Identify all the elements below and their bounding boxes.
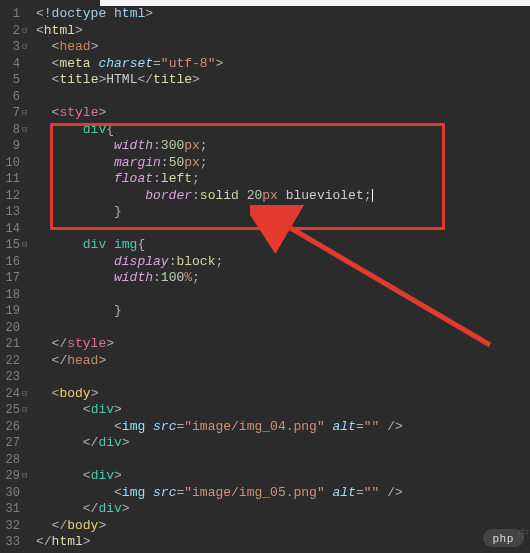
fold-marker[interactable]: ⊟ <box>22 237 32 254</box>
token-prop: width <box>114 138 153 153</box>
code-line[interactable] <box>36 287 530 304</box>
line-number: 5 <box>2 72 20 89</box>
token-punct: </ <box>83 501 99 516</box>
token-punct: /> <box>387 419 403 434</box>
code-line[interactable]: </head> <box>36 353 530 370</box>
token-attr: charset <box>98 56 153 71</box>
code-line[interactable]: </div> <box>36 501 530 518</box>
line-number: 25 <box>2 402 20 419</box>
code-line[interactable] <box>36 89 530 106</box>
token-str <box>36 336 52 351</box>
token-punct: < <box>114 485 122 500</box>
token-val-color: blueviolet <box>286 188 364 203</box>
token-val-num: 300 <box>161 138 184 153</box>
code-line[interactable]: <img src="image/img_04.png" alt="" /> <box>36 419 530 436</box>
code-line[interactable]: } <box>36 204 530 221</box>
code-line[interactable]: </html> <box>36 534 530 551</box>
code-line[interactable]: <div> <box>36 402 530 419</box>
token-str <box>36 402 83 417</box>
token-str <box>36 138 114 153</box>
token-str <box>36 254 114 269</box>
code-line[interactable] <box>36 369 530 386</box>
token-str <box>36 485 114 500</box>
token-str <box>36 386 52 401</box>
fold-marker[interactable]: ⊟ <box>22 402 32 419</box>
fold-marker <box>22 89 32 106</box>
token-str: "" <box>364 485 387 500</box>
code-line[interactable]: } <box>36 303 530 320</box>
code-line[interactable]: <img src="image/img_05.png" alt="" /> <box>36 485 530 502</box>
token-body-tag: body <box>59 386 90 401</box>
token-val-kw: block <box>176 254 215 269</box>
token-tag: title <box>59 72 98 87</box>
code-line[interactable]: width:300px; <box>36 138 530 155</box>
line-number: 17 <box>2 270 20 287</box>
code-editor[interactable]: 1234567891011121314151617181920212223242… <box>0 0 530 553</box>
line-number: 2 <box>2 23 20 40</box>
token-punct: : <box>153 270 161 285</box>
token-div-tag: div <box>98 435 121 450</box>
token-str <box>36 155 114 170</box>
token-str <box>36 105 52 120</box>
code-area[interactable]: <!doctype html><html> <head> <meta chars… <box>32 0 530 553</box>
fold-marker[interactable]: ⊟ <box>22 122 32 139</box>
code-line[interactable]: <!doctype html> <box>36 6 530 23</box>
code-line[interactable]: <style> <box>36 105 530 122</box>
fold-marker[interactable]: ⊟ <box>22 39 32 56</box>
token-str: "image/img_04.png" <box>184 419 332 434</box>
line-number: 19 <box>2 303 20 320</box>
token-str <box>36 72 52 87</box>
token-punct: </ <box>52 336 68 351</box>
fold-marker[interactable]: ⊟ <box>22 23 32 40</box>
code-line[interactable]: <html> <box>36 23 530 40</box>
fold-marker <box>22 138 32 155</box>
token-punct: > <box>122 501 130 516</box>
code-line[interactable]: <div> <box>36 468 530 485</box>
line-number: 6 <box>2 89 20 106</box>
code-line[interactable] <box>36 452 530 469</box>
fold-marker <box>22 452 32 469</box>
code-line[interactable]: <body> <box>36 386 530 403</box>
code-line[interactable]: border:solid 20px blueviolet; <box>36 188 530 205</box>
token-val-num: 100 <box>161 270 184 285</box>
token-punct: </ <box>52 518 68 533</box>
code-line[interactable] <box>36 320 530 337</box>
code-line[interactable]: </body> <box>36 518 530 535</box>
token-punct: > <box>215 56 223 71</box>
token-doctype: !doctype html <box>44 6 145 21</box>
token-punct: < <box>36 6 44 21</box>
token-punct: { <box>106 122 114 137</box>
fold-marker[interactable]: ⊟ <box>22 386 32 403</box>
token-tag: html <box>52 534 83 549</box>
token-selector-div: div <box>83 122 106 137</box>
code-line[interactable] <box>36 221 530 238</box>
fold-marker[interactable]: ⊟ <box>22 105 32 122</box>
code-line[interactable]: div img{ <box>36 237 530 254</box>
fold-marker[interactable]: ⊟ <box>22 468 32 485</box>
fold-marker <box>22 188 32 205</box>
code-line[interactable]: float:left; <box>36 171 530 188</box>
fold-marker <box>22 270 32 287</box>
fold-marker <box>22 501 32 518</box>
token-str: "" <box>364 419 387 434</box>
line-number: 27 <box>2 435 20 452</box>
code-line[interactable]: </style> <box>36 336 530 353</box>
token-str <box>36 56 52 71</box>
token-div-tag: div <box>91 468 114 483</box>
token-punct: > <box>83 534 91 549</box>
code-line[interactable]: </div> <box>36 435 530 452</box>
line-number: 23 <box>2 369 20 386</box>
code-line[interactable]: <title>HTML</title> <box>36 72 530 89</box>
token-punct: > <box>98 105 106 120</box>
line-number: 10 <box>2 155 20 172</box>
code-line[interactable]: margin:50px; <box>36 155 530 172</box>
code-line[interactable]: <meta charset="utf-8"> <box>36 56 530 73</box>
token-val-px: px <box>262 188 285 203</box>
code-line[interactable]: div{ <box>36 122 530 139</box>
fold-marker <box>22 204 32 221</box>
code-line[interactable]: <head> <box>36 39 530 56</box>
token-punct: ; <box>364 188 372 203</box>
code-line[interactable]: display:block; <box>36 254 530 271</box>
code-line[interactable]: width:100%; <box>36 270 530 287</box>
line-number: 1 <box>2 6 20 23</box>
